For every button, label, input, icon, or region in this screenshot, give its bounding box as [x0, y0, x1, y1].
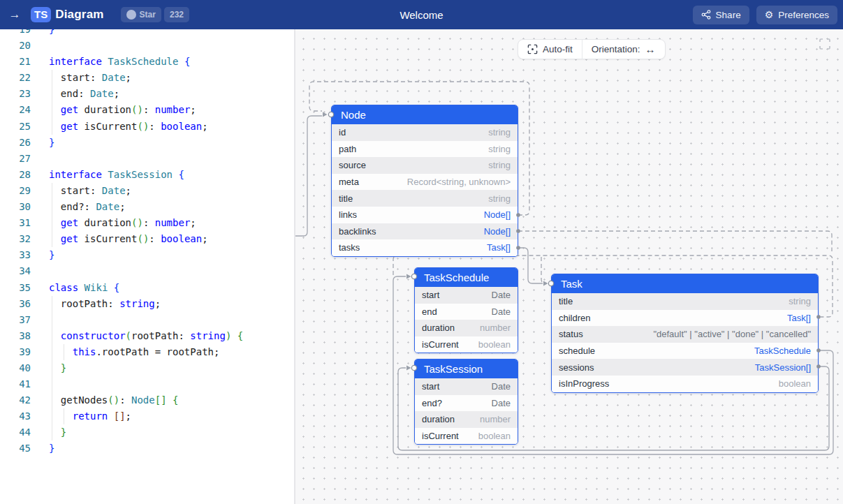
code-line-24[interactable]: 24 get duration(): number; [0, 102, 294, 118]
property-name: end [422, 306, 437, 317]
indent-guide [52, 392, 52, 408]
code-line-26[interactable]: 26} [0, 135, 294, 151]
code-line-36[interactable]: 36 rootPath: string; [0, 296, 294, 312]
indent-guide [52, 328, 52, 344]
property-name: isCurrent [422, 339, 459, 350]
entity-title-node[interactable]: Node [332, 105, 518, 124]
share-icon [701, 10, 711, 20]
code-line-19[interactable]: 19} [0, 29, 294, 38]
property-type[interactable]: TaskSession[] [755, 362, 811, 373]
code-text: start: Date; [49, 72, 131, 83]
code-line-45[interactable]: 45} [0, 440, 294, 457]
orientation-horizontal-icon: ↔ [645, 43, 656, 55]
line-number: 35 [0, 280, 31, 296]
line-number: 42 [0, 392, 31, 408]
github-icon [126, 10, 136, 20]
property-type[interactable]: Node[] [484, 226, 511, 237]
github-star-count[interactable]: 232 [164, 7, 189, 22]
line-number: 36 [0, 296, 31, 312]
property-name: title [559, 296, 573, 306]
topbar: → TS Diagram Star 232 Welcome Share ⚙ Pr… [0, 0, 843, 29]
github-star-widget[interactable]: Star 232 [121, 7, 189, 22]
code-line-34[interactable]: 34 [0, 263, 294, 279]
property-name: isInProgress [559, 378, 609, 389]
property-name: source [339, 160, 366, 170]
property-type: string [488, 193, 511, 204]
code-line-35[interactable]: 35class Wiki { [0, 280, 294, 296]
line-number: 44 [0, 424, 31, 440]
edges-layer [295, 29, 843, 504]
line-number: 37 [0, 312, 31, 328]
line-number: 19 [0, 29, 31, 38]
entity-row-taskschedule-start: startDate [415, 287, 518, 304]
code-line-22[interactable]: 22 start: Date; [0, 70, 294, 86]
property-type[interactable]: TaskSchedule [754, 346, 811, 356]
indent-guide [52, 70, 52, 86]
code-line-44[interactable]: 44 } [0, 424, 294, 440]
code-line-28[interactable]: 28interface TaskSession { [0, 167, 294, 183]
code-text: this.rootPath = rootPath; [49, 346, 219, 357]
github-star-button[interactable]: Star [121, 7, 161, 22]
property-type[interactable]: Task[] [787, 313, 811, 323]
code-text: class Wiki { [49, 282, 119, 293]
line-number: 27 [0, 151, 31, 167]
code-line-30[interactable]: 30 end?: Date; [0, 199, 294, 215]
preferences-button[interactable]: ⚙ Preferences [756, 6, 837, 24]
code-line-21[interactable]: 21interface TaskSchedule { [0, 54, 294, 70]
code-line-43[interactable]: 43 return []; [0, 408, 294, 424]
line-number: 25 [0, 119, 31, 135]
diagram-canvas[interactable]: NodeidstringpathstringsourcestringmetaRe… [295, 29, 843, 504]
code-line-40[interactable]: 40 } [0, 360, 294, 376]
share-button[interactable]: Share [693, 6, 749, 24]
share-label: Share [716, 10, 741, 20]
code-line-39[interactable]: 39 this.rootPath = rootPath; [0, 344, 294, 360]
code-text: } [49, 29, 54, 35]
entity-box-tasksession[interactable]: TaskSessionstartDateend?Datedurationnumb… [414, 359, 518, 445]
edge-arrowhead [406, 366, 411, 371]
code-line-42[interactable]: 42 getNodes(): Node[] { [0, 392, 294, 408]
code-line-41[interactable]: 41 [0, 376, 294, 392]
code-line-38[interactable]: 38 constructor(rootPath: string) { [0, 328, 294, 344]
entity-title-tasksession[interactable]: TaskSession [415, 360, 518, 378]
code-line-25[interactable]: 25 get isCurrent(): boolean; [0, 119, 294, 135]
code-line-31[interactable]: 31 get duration(): number; [0, 215, 294, 231]
code-line-37[interactable]: 37 [0, 312, 294, 328]
entity-box-taskschedule[interactable]: TaskSchedulestartDateendDatedurationnumb… [414, 267, 518, 353]
line-number: 31 [0, 215, 31, 231]
indent-guide [52, 360, 52, 376]
edge-arrowhead [543, 281, 548, 286]
code-line-29[interactable]: 29 start: Date; [0, 183, 294, 199]
entity-row-node-backlinks: backlinksNode[] [332, 223, 518, 240]
code-text: } [49, 249, 54, 260]
property-type: Date [492, 290, 511, 300]
collapse-editor-icon[interactable]: → [6, 8, 24, 22]
code-line-32[interactable]: 32 get isCurrent(): boolean; [0, 231, 294, 247]
code-line-33[interactable]: 33} [0, 247, 294, 263]
indent-guide [52, 183, 52, 199]
code-line-23[interactable]: 23 end: Date; [0, 86, 294, 102]
code-line-20[interactable]: 20 [0, 38, 294, 54]
property-type: Date [492, 381, 511, 392]
ports-layer [295, 29, 843, 504]
property-name: title [339, 193, 353, 204]
code-editor[interactable]: 19}2021interface TaskSchedule {22 start:… [0, 29, 295, 504]
fullscreen-button[interactable] [818, 38, 832, 52]
property-type: number [480, 323, 511, 333]
entity-box-task[interactable]: TasktitlestringchildrenTask[]status"defa… [551, 274, 819, 393]
orientation-button[interactable]: Orientation: ↔ [582, 40, 665, 59]
entity-box-node[interactable]: NodeidstringpathstringsourcestringmetaRe… [331, 105, 518, 257]
indent-guide [52, 215, 52, 231]
property-name: end? [422, 398, 442, 408]
line-number: 24 [0, 102, 31, 118]
entity-row-task-children: childrenTask[] [552, 310, 818, 327]
property-type[interactable]: Task[] [487, 242, 511, 253]
auto-fit-button[interactable]: Auto-fit [518, 40, 582, 59]
code-line-27[interactable]: 27 [0, 151, 294, 167]
property-type[interactable]: Node[] [484, 209, 511, 220]
entity-title-taskschedule[interactable]: TaskSchedule [415, 268, 518, 287]
indent-guide [52, 344, 52, 360]
code-text: get isCurrent(): boolean; [49, 233, 208, 244]
entity-title-task[interactable]: Task [552, 274, 818, 293]
line-number: 39 [0, 344, 31, 360]
canvas-toolbar: Auto-fit Orientation: ↔ [518, 39, 666, 59]
